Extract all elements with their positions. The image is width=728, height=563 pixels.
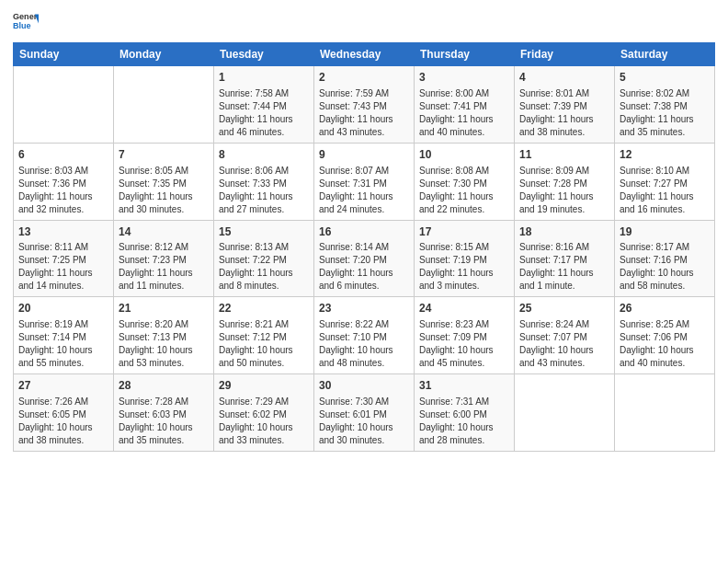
day-detail: Sunrise: 7:26 AMSunset: 6:05 PMDaylight:… [18,396,108,447]
header: General Blue [13,9,715,35]
day-detail: Sunrise: 8:21 AMSunset: 7:12 PMDaylight:… [219,318,309,370]
calendar-cell: 10Sunrise: 8:08 AMSunset: 7:30 PMDayligh… [415,143,515,220]
day-detail: Sunrise: 7:58 AMSunset: 7:44 PMDaylight:… [219,87,309,139]
page: General Blue SundayMondayTuesdayWednesda… [0,0,728,563]
day-number: 22 [219,301,309,316]
week-row-3: 13Sunrise: 8:11 AMSunset: 7:25 PMDayligh… [14,220,715,297]
day-number: 11 [519,147,609,163]
calendar-table: SundayMondayTuesdayWednesdayThursdayFrid… [13,42,715,452]
day-number: 29 [219,378,309,394]
day-number: 6 [18,147,108,163]
calendar-cell: 14Sunrise: 8:12 AMSunset: 7:23 PMDayligh… [114,220,214,297]
day-detail: Sunrise: 8:24 AMSunset: 7:07 PMDaylight:… [519,318,609,370]
day-detail: Sunrise: 8:12 AMSunset: 7:23 PMDaylight:… [119,241,209,293]
day-number: 18 [519,224,609,240]
day-detail: Sunrise: 8:15 AMSunset: 7:19 PMDaylight:… [419,241,509,293]
calendar-cell [615,374,715,452]
calendar-cell: 31Sunrise: 7:31 AMSunset: 6:00 PMDayligh… [415,374,515,452]
calendar-cell: 11Sunrise: 8:09 AMSunset: 7:28 PMDayligh… [515,143,615,220]
calendar-cell: 1Sunrise: 7:58 AMSunset: 7:44 PMDaylight… [214,66,314,144]
calendar-header-row: SundayMondayTuesdayWednesdayThursdayFrid… [14,43,715,66]
day-number: 2 [319,70,409,86]
day-detail: Sunrise: 8:05 AMSunset: 7:35 PMDaylight:… [119,165,209,216]
calendar-cell: 20Sunrise: 8:19 AMSunset: 7:14 PMDayligh… [14,297,114,374]
logo-icon: General Blue [13,9,39,35]
day-number: 4 [519,70,609,86]
calendar-cell: 6Sunrise: 8:03 AMSunset: 7:36 PMDaylight… [14,143,114,220]
calendar-cell: 7Sunrise: 8:05 AMSunset: 7:35 PMDaylight… [114,143,214,220]
day-detail: Sunrise: 7:28 AMSunset: 6:03 PMDaylight:… [119,396,209,447]
calendar-cell: 24Sunrise: 8:23 AMSunset: 7:09 PMDayligh… [415,297,515,374]
day-detail: Sunrise: 8:16 AMSunset: 7:17 PMDaylight:… [519,241,609,293]
header-sunday: Sunday [14,43,114,66]
day-number: 28 [119,378,209,394]
calendar-cell: 23Sunrise: 8:22 AMSunset: 7:10 PMDayligh… [314,297,415,374]
day-detail: Sunrise: 8:25 AMSunset: 7:06 PMDaylight:… [620,318,710,370]
calendar-cell: 30Sunrise: 7:30 AMSunset: 6:01 PMDayligh… [314,374,415,452]
calendar-cell: 25Sunrise: 8:24 AMSunset: 7:07 PMDayligh… [515,297,615,374]
day-number: 16 [319,224,409,240]
day-detail: Sunrise: 7:30 AMSunset: 6:01 PMDaylight:… [319,396,409,447]
calendar-cell: 15Sunrise: 8:13 AMSunset: 7:22 PMDayligh… [214,220,314,297]
day-number: 5 [620,70,710,86]
day-detail: Sunrise: 8:22 AMSunset: 7:10 PMDaylight:… [319,318,409,370]
calendar-cell: 17Sunrise: 8:15 AMSunset: 7:19 PMDayligh… [415,220,515,297]
svg-text:General: General [13,12,39,21]
day-number: 7 [119,147,209,163]
header-friday: Friday [515,43,615,66]
calendar-cell: 5Sunrise: 8:02 AMSunset: 7:38 PMDaylight… [615,66,715,144]
header-monday: Monday [114,43,214,66]
day-detail: Sunrise: 8:02 AMSunset: 7:38 PMDaylight:… [620,87,710,139]
day-number: 15 [219,224,309,240]
day-detail: Sunrise: 8:17 AMSunset: 7:16 PMDaylight:… [620,241,710,293]
day-number: 20 [18,301,108,316]
day-detail: Sunrise: 8:03 AMSunset: 7:36 PMDaylight:… [18,165,108,216]
calendar-cell: 29Sunrise: 7:29 AMSunset: 6:02 PMDayligh… [214,374,314,452]
calendar-cell: 26Sunrise: 8:25 AMSunset: 7:06 PMDayligh… [615,297,715,374]
day-detail: Sunrise: 8:08 AMSunset: 7:30 PMDaylight:… [419,165,509,216]
logo: General Blue [13,9,39,35]
calendar-cell [515,374,615,452]
day-number: 30 [319,378,409,394]
header-wednesday: Wednesday [314,43,415,66]
header-thursday: Thursday [415,43,515,66]
day-number: 21 [119,301,209,316]
calendar-cell [114,66,214,144]
day-detail: Sunrise: 7:31 AMSunset: 6:00 PMDaylight:… [419,396,509,447]
day-detail: Sunrise: 8:00 AMSunset: 7:41 PMDaylight:… [419,87,509,139]
calendar-cell: 3Sunrise: 8:00 AMSunset: 7:41 PMDaylight… [415,66,515,144]
calendar-cell: 13Sunrise: 8:11 AMSunset: 7:25 PMDayligh… [14,220,114,297]
day-detail: Sunrise: 8:23 AMSunset: 7:09 PMDaylight:… [419,318,509,370]
day-number: 12 [620,147,710,163]
day-detail: Sunrise: 8:20 AMSunset: 7:13 PMDaylight:… [119,318,209,370]
day-detail: Sunrise: 8:14 AMSunset: 7:20 PMDaylight:… [319,241,409,293]
day-number: 27 [18,378,108,394]
day-detail: Sunrise: 7:29 AMSunset: 6:02 PMDaylight:… [219,396,309,447]
day-detail: Sunrise: 8:11 AMSunset: 7:25 PMDaylight:… [18,241,108,293]
day-detail: Sunrise: 8:10 AMSunset: 7:27 PMDaylight:… [620,165,710,216]
day-number: 1 [219,70,309,86]
calendar-cell: 2Sunrise: 7:59 AMSunset: 7:43 PMDaylight… [314,66,415,144]
day-detail: Sunrise: 7:59 AMSunset: 7:43 PMDaylight:… [319,87,409,139]
day-number: 3 [419,70,509,86]
day-number: 8 [219,147,309,163]
calendar-cell: 28Sunrise: 7:28 AMSunset: 6:03 PMDayligh… [114,374,214,452]
calendar-cell: 22Sunrise: 8:21 AMSunset: 7:12 PMDayligh… [214,297,314,374]
day-number: 14 [119,224,209,240]
calendar-cell: 4Sunrise: 8:01 AMSunset: 7:39 PMDaylight… [515,66,615,144]
day-number: 26 [620,301,710,316]
week-row-2: 6Sunrise: 8:03 AMSunset: 7:36 PMDaylight… [14,143,715,220]
week-row-4: 20Sunrise: 8:19 AMSunset: 7:14 PMDayligh… [14,297,715,374]
day-detail: Sunrise: 8:01 AMSunset: 7:39 PMDaylight:… [519,87,609,139]
day-number: 25 [519,301,609,316]
day-number: 9 [319,147,409,163]
calendar-cell: 9Sunrise: 8:07 AMSunset: 7:31 PMDaylight… [314,143,415,220]
calendar-cell: 12Sunrise: 8:10 AMSunset: 7:27 PMDayligh… [615,143,715,220]
day-number: 31 [419,378,509,394]
day-number: 24 [419,301,509,316]
week-row-1: 1Sunrise: 7:58 AMSunset: 7:44 PMDaylight… [14,66,715,144]
calendar-cell: 21Sunrise: 8:20 AMSunset: 7:13 PMDayligh… [114,297,214,374]
calendar-cell: 8Sunrise: 8:06 AMSunset: 7:33 PMDaylight… [214,143,314,220]
day-number: 13 [18,224,108,240]
header-saturday: Saturday [615,43,715,66]
